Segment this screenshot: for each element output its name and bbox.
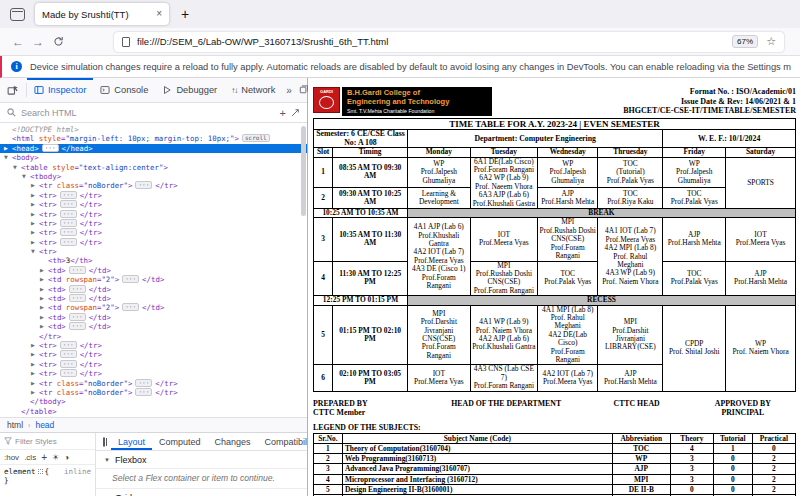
- browser-tab[interactable]: Made by Srushti(TT) ×: [35, 3, 169, 25]
- signature-role: APPROVED BYPRINCIPAL: [690, 399, 796, 418]
- document-header: GARDI B.H.Gardi College of Engineering a…: [313, 87, 796, 116]
- markup-line[interactable]: ▶<tr>···</tr>: [0, 350, 307, 359]
- filter-styles-input[interactable]: Filter Styles: [0, 433, 95, 450]
- markup-line[interactable]: <th>3</th>: [0, 256, 307, 265]
- markup-line[interactable]: ▶<td>···</td>: [0, 285, 307, 294]
- college-logo-icon: GARDI: [313, 87, 340, 113]
- tab-changes[interactable]: Changes: [208, 433, 258, 450]
- markup-line[interactable]: ▶<tr class="noBorder">···</tr>: [0, 181, 307, 190]
- timetable-cell: 1: [314, 157, 333, 188]
- timetable-info-row: Semester: 6 CE/CSE Class No: A 108 Depar…: [314, 130, 796, 148]
- markup-line[interactable]: ▶<tr>···</tr>: [0, 210, 307, 219]
- markup-line[interactable]: ▶<td rowspan="2">···</td>: [0, 275, 307, 284]
- class-toggle[interactable]: .cls: [24, 453, 36, 462]
- pseudo-class-toggle[interactable]: :hov: [4, 453, 19, 462]
- zoom-level-badge[interactable]: 67%: [732, 35, 758, 48]
- pick-element-icon[interactable]: [0, 83, 27, 97]
- markup-line[interactable]: ▶<td>···</td>: [0, 294, 307, 303]
- firefox-view-icon[interactable]: [10, 8, 25, 21]
- element-rule[interactable]: element{inline }: [0, 465, 95, 487]
- markup-line[interactable]: ▼<table style="text-align:center">: [0, 163, 307, 172]
- markup-line[interactable]: ▶<head>···</head>: [0, 144, 307, 153]
- new-tab-button[interactable]: +: [181, 7, 189, 21]
- markup-line[interactable]: ▶<tr class="noBorder">···</tr>: [0, 379, 307, 388]
- tab-console[interactable]: Console: [93, 78, 155, 102]
- reload-button[interactable]: [48, 36, 68, 47]
- timetable-cell: 3: [314, 218, 333, 261]
- markup-line[interactable]: </tr>: [0, 332, 307, 341]
- tab-network[interactable]: ↑↓ Network: [224, 78, 282, 102]
- tab-layout[interactable]: Layout: [111, 433, 152, 450]
- url-bar[interactable]: file:///D:/SEM_6/Lab-OW/WP_3160713/Srush…: [114, 32, 784, 52]
- breadcrumb-html[interactable]: html: [7, 420, 23, 430]
- markup-line[interactable]: <html style="margin-left: 10px; margin-t…: [0, 134, 307, 143]
- markup-line[interactable]: ▶<tr>···</tr>: [0, 191, 307, 200]
- markup-line[interactable]: <!DOCTYPE html>: [0, 125, 307, 134]
- add-rule-button[interactable]: +: [41, 452, 47, 463]
- markup-line[interactable]: ▶<tr>···</tr>: [0, 228, 307, 237]
- bookmark-star-icon[interactable]: ☆: [766, 35, 776, 48]
- legend-header: Practical: [752, 433, 795, 443]
- flexbox-expander-icon: ▼: [104, 457, 110, 463]
- markup-line[interactable]: ▶<tr>···</tr>: [0, 360, 307, 369]
- devtools-toolbar: Inspector Console Debugger ↑↓ Network » …: [0, 78, 307, 103]
- timetable-cell: WP Prof.Jalpesh Ghumaliya: [407, 157, 470, 188]
- timetable-cell: 02:10 PM TO 03:05 PM: [333, 365, 408, 391]
- markup-line[interactable]: ▼<body>: [0, 153, 307, 162]
- tab-computed[interactable]: Computed: [152, 433, 208, 450]
- search-icon: [7, 108, 16, 117]
- tab-inspector[interactable]: Inspector: [27, 78, 93, 102]
- markup-line[interactable]: </table>: [0, 407, 307, 416]
- tab-compatibility[interactable]: Compatibility: [258, 433, 307, 450]
- legend-body: Sr.No.Subject Name (Code)AbbreviationThe…: [314, 433, 796, 496]
- sidebar-toggle-icon[interactable]: [103, 437, 105, 447]
- legend-row: 4Microprocessor and Interfacing (3160712…: [314, 474, 796, 484]
- markup-line[interactable]: ▶<tr>···</tr>: [0, 369, 307, 378]
- markup-line[interactable]: ▶<td>···</td>: [0, 313, 307, 322]
- breadcrumb-separator: ›: [28, 422, 30, 429]
- light-scheme-icon[interactable]: ☀: [52, 453, 59, 462]
- timetable-cell: MPI Prof.Rushab Doshi CNS(CSE) Prof.Fora…: [538, 218, 598, 261]
- markup-line[interactable]: </tbody>: [0, 397, 307, 406]
- timetable-row: 108:35 AM TO 09:30 AMWP Prof.Jalpesh Ghu…: [314, 157, 796, 188]
- legend-cell: 0: [714, 484, 753, 494]
- info-icon: i: [11, 61, 22, 72]
- legend-cell: 4: [670, 443, 713, 453]
- rule-source-link[interactable]: inline: [64, 467, 91, 476]
- markup-scrollbar[interactable]: [301, 126, 306, 216]
- tab-debugger[interactable]: Debugger: [155, 78, 224, 102]
- timetable-cell: 09:30 AM TO 10:25 AM: [333, 188, 408, 209]
- legend-cell: 3: [670, 454, 713, 464]
- legend-cell: 2: [314, 454, 343, 464]
- markup-line[interactable]: ▼<tr>: [0, 247, 307, 256]
- markup-line[interactable]: ▶<tr>···</tr>: [0, 341, 307, 350]
- add-node-icon[interactable]: +: [280, 107, 286, 119]
- breadcrumb[interactable]: html › head: [0, 417, 307, 432]
- legend-cell: Microprocessor and Interfacing (3160712): [342, 474, 612, 484]
- markup-line[interactable]: ▶<td rowspan="2">···</td>: [0, 303, 307, 312]
- timetable-body: TIME TABLE FOR A.Y. 2023-24 | EVEN SEMES…: [314, 119, 796, 392]
- forward-button[interactable]: →: [28, 35, 48, 49]
- markup-line[interactable]: ▶<tr>···</tr>: [0, 238, 307, 247]
- search-html-bar[interactable]: Search HTML +: [0, 103, 307, 123]
- college-name-banner: B.H.Gardi College of Engineering and Tec…: [342, 87, 492, 116]
- markup-line[interactable]: ▼<tbody>: [0, 172, 307, 181]
- node-picker-icon[interactable]: [291, 107, 300, 119]
- timetable-cell: AJP Prof.Harsh Mehta: [726, 261, 796, 296]
- dark-scheme-icon[interactable]: ◑: [64, 453, 69, 462]
- close-tab-icon[interactable]: ×: [156, 9, 162, 19]
- markup-line[interactable]: ▶<tr>···</tr>: [0, 219, 307, 228]
- timetable-cell: 4A1 AJP (Lab 6) Prof.Khushali Gantra 4A2…: [407, 218, 470, 296]
- markup-line[interactable]: ▶<td>···</td>: [0, 322, 307, 331]
- more-tabs-icon[interactable]: »: [282, 85, 296, 96]
- flexbox-section-header[interactable]: ▼ Flexbox: [96, 451, 307, 469]
- legend-cell: AJP: [612, 464, 670, 474]
- markup-line[interactable]: ▶<tr class="noBorder">···</tr>: [0, 388, 307, 397]
- timetable-cell: 4A2 IOT (Lab 7) Prof.Meera Vyas: [538, 365, 598, 391]
- markup-line[interactable]: ▶<td>···</td>: [0, 266, 307, 275]
- grid-section-header[interactable]: ▼ Grid: [96, 489, 307, 496]
- breadcrumb-head[interactable]: head: [35, 420, 54, 430]
- timetable-cell: AJP Prof.Harsh Mehta: [663, 218, 726, 261]
- markup-line[interactable]: ▶<tr>···</tr>: [0, 200, 307, 209]
- back-button[interactable]: ←: [8, 35, 28, 49]
